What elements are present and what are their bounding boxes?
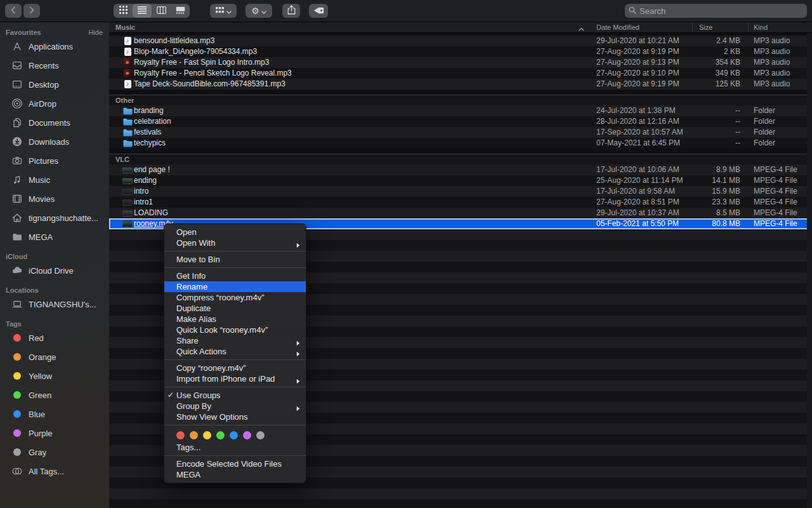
file-name: techypics xyxy=(134,138,166,149)
menu-item-make-alias[interactable]: Make Alias xyxy=(164,314,306,324)
sidebar-item-red[interactable]: Red xyxy=(0,328,109,347)
sidebar-item-documents[interactable]: Documents xyxy=(0,113,109,132)
column-view-icon xyxy=(157,5,166,17)
file-name: LOADING xyxy=(134,208,168,218)
file-name: ending xyxy=(134,175,157,186)
file-row-branding[interactable]: branding24-Jul-2020 at 1:38 PM--Folder xyxy=(109,105,812,116)
file-row-celebration[interactable]: celebration28-Jul-2020 at 12:16 AM--Fold… xyxy=(109,116,812,127)
menu-tag-color-dot[interactable] xyxy=(230,431,238,439)
group-gap xyxy=(109,90,812,95)
gallery-view-button[interactable] xyxy=(171,4,190,18)
menu-item-open-with[interactable]: Open With xyxy=(164,237,306,248)
menu-item-use-groups[interactable]: ✓Use Groups xyxy=(164,390,306,401)
file-row-festivals[interactable]: festivals17-Sep-2020 at 10:57 AM--Folder xyxy=(109,127,812,138)
sidebar-item-yellow[interactable]: Yellow xyxy=(0,366,109,385)
sidebar-item-gray[interactable]: Gray xyxy=(0,443,109,462)
sidebar-item-orange[interactable]: Orange xyxy=(0,347,109,366)
sidebar-item-icloud-drive[interactable]: iCloud Drive xyxy=(0,261,109,280)
sidebar-item-tignangshuchatte[interactable]: tignangshuchatte... xyxy=(0,208,109,227)
menu-item-quick-look-rooney-m4v[interactable]: Quick Look “rooney.m4v” xyxy=(164,324,306,335)
file-row-techypics[interactable]: techypics07-May-2021 at 6:45 PM--Folder xyxy=(109,138,812,149)
sidebar-item-desktop[interactable]: Desktop xyxy=(0,75,109,94)
menu-item-tags[interactable]: Tags... xyxy=(164,442,306,453)
menu-tag-color-dot[interactable] xyxy=(256,431,265,439)
column-header-size[interactable]: Size xyxy=(699,22,712,33)
sidebar-item-all-tags[interactable]: All Tags... xyxy=(0,462,109,481)
sidebar-item-tignangshu-s[interactable]: TIGNANGSHU's... xyxy=(0,295,109,314)
menu-item-copy-rooney-m4v[interactable]: Copy “rooney.m4v” xyxy=(164,363,306,373)
menu-item-encode-selected-video-files[interactable]: Encode Selected Video Files xyxy=(164,458,306,469)
menu-tag-color-dot[interactable] xyxy=(176,431,185,439)
sidebar-item-music[interactable]: Music xyxy=(0,170,109,189)
menu-tag-colors-row xyxy=(164,428,306,442)
menu-item-label: Import from iPhone or iPad xyxy=(176,374,275,384)
menu-item-compress-rooney-m4v[interactable]: Compress “rooney.m4v” xyxy=(164,292,306,303)
tag-color-icon xyxy=(11,351,23,363)
file-row-loading[interactable]: LOADING29-Jul-2020 at 10:37 AM8.5 MBMPEG… xyxy=(109,208,812,218)
sidebar-item-label: tignangshuchatte... xyxy=(29,213,98,223)
chevron-down-icon xyxy=(261,5,266,17)
sidebar-item-downloads[interactable]: Downloads xyxy=(0,132,109,151)
file-size: 125 KB xyxy=(655,79,740,90)
menu-item-share[interactable]: Share xyxy=(164,335,306,346)
file-kind: MP3 audio xyxy=(754,68,790,79)
menu-item-show-view-options[interactable]: Show View Options xyxy=(164,411,306,422)
share-button[interactable] xyxy=(282,4,300,18)
sidebar-item-airdrop[interactable]: AirDrop xyxy=(0,94,109,113)
file-row-royalty-free-pencil-sketch-logo-reveal-mp3[interactable]: Royalty Free - Pencil Sketch Logo Reveal… xyxy=(109,68,812,79)
icon-view-button[interactable] xyxy=(114,4,133,18)
file-kind: MPEG-4 File xyxy=(754,208,797,218)
empty-row xyxy=(109,499,812,508)
menu-tag-color-dot[interactable] xyxy=(190,431,198,439)
list-view-button[interactable] xyxy=(133,4,152,18)
file-row-royalty-free-fast-spin-logo-intro-mp3[interactable]: Royalty Free - Fast Spin Logo Intro.mp32… xyxy=(109,57,812,68)
sidebar-item-green[interactable]: Green xyxy=(0,385,109,404)
sort-ascending-icon xyxy=(579,25,584,32)
scrollbar-gutter[interactable] xyxy=(807,33,812,508)
file-size: -- xyxy=(655,116,740,127)
file-row-end-page[interactable]: end page !17-Jul-2020 at 10:06 AM8.9 MBM… xyxy=(109,164,812,175)
menu-item-get-info[interactable]: Get Info xyxy=(164,271,306,281)
column-header-kind[interactable]: Kind xyxy=(754,22,768,33)
mp3-artwork-file-icon xyxy=(122,69,133,77)
column-view-button[interactable] xyxy=(152,4,171,18)
menu-tag-color-dot[interactable] xyxy=(203,431,211,439)
sidebar-item-recents[interactable]: Recents xyxy=(0,56,109,75)
sidebar-item-purple[interactable]: Purple xyxy=(0,424,109,443)
sidebar-item-movies[interactable]: Movies xyxy=(0,189,109,208)
sidebar-item-blue[interactable]: Blue xyxy=(0,404,109,424)
sidebar-item-pictures[interactable]: Pictures xyxy=(0,151,109,170)
back-button[interactable] xyxy=(5,4,22,18)
menu-item-duplicate[interactable]: Duplicate xyxy=(164,303,306,314)
menu-tag-color-dot[interactable] xyxy=(216,431,225,439)
file-row-blop-mark-diangelo-79054334-mp3[interactable]: ♪Blop-Mark_DiAngelo-79054334.mp327-Aug-2… xyxy=(109,46,812,57)
sidebar-hide-button[interactable]: Hide xyxy=(88,29,103,36)
forward-button[interactable] xyxy=(23,4,40,18)
menu-tag-color-dot[interactable] xyxy=(243,431,251,439)
video-thumbnail-icon xyxy=(122,177,133,185)
menu-item-group-by[interactable]: Group By xyxy=(164,401,306,411)
tag-button[interactable] xyxy=(309,4,328,18)
desktop-icon xyxy=(11,78,23,91)
file-row-intro1[interactable]: intro127-Aug-2020 at 8:51 PM23.3 MBMPEG-… xyxy=(109,197,812,208)
file-kind: MP3 audio xyxy=(754,46,790,57)
menu-item-label: Rename xyxy=(176,282,207,291)
menu-item-mega[interactable]: MEGA xyxy=(164,469,306,480)
file-row-ending[interactable]: ending25-Aug-2020 at 11:14 PM14.1 MBMPEG… xyxy=(109,175,812,186)
menu-item-move-to-bin[interactable]: Move to Bin xyxy=(164,254,306,265)
sidebar-item-applications[interactable]: Applications xyxy=(0,37,109,56)
file-row-bensound-littleidea-mp3[interactable]: ♪bensound-littleidea.mp329-Jul-2020 at 1… xyxy=(109,36,812,46)
sidebar-item-label: TIGNANGSHU's... xyxy=(29,300,96,309)
sidebar-item-mega[interactable]: MEGA xyxy=(0,227,109,246)
file-row-intro[interactable]: intro17-Jul-2020 at 9:58 AM15.9 MBMPEG-4… xyxy=(109,186,812,197)
column-header-date-modified[interactable]: Date Modified xyxy=(596,22,639,33)
menu-item-import-from-iphone-or-ipad[interactable]: Import from iPhone or iPad xyxy=(164,373,306,384)
group-header-other: Other xyxy=(109,95,812,105)
menu-item-open[interactable]: Open xyxy=(164,227,306,237)
group-by-button[interactable] xyxy=(210,4,237,18)
menu-item-quick-actions[interactable]: Quick Actions xyxy=(164,346,306,357)
action-menu-button[interactable]: ⚙ xyxy=(246,4,272,18)
menu-item-rename[interactable]: Rename xyxy=(164,281,306,292)
file-row-tape-deck-soundbible-com-967485391-mp3[interactable]: ♪Tape Deck-SoundBible.com-967485391.mp32… xyxy=(109,79,812,90)
search-input[interactable] xyxy=(639,6,792,16)
